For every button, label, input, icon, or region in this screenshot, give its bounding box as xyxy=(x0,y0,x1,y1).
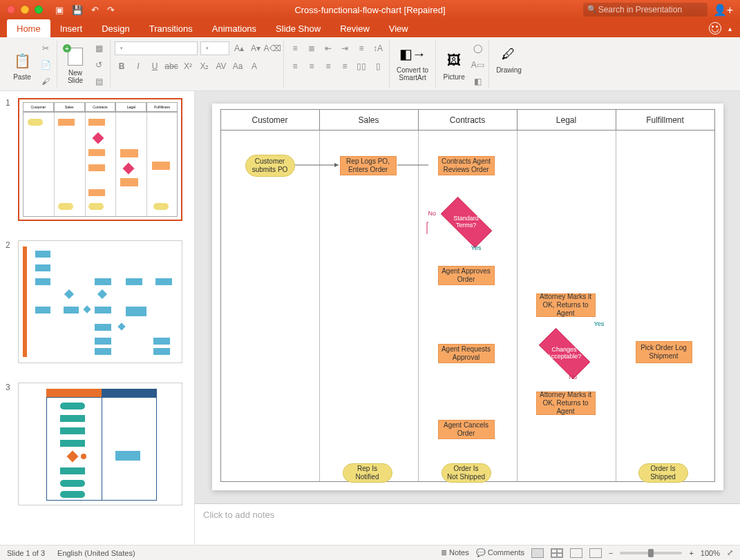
redo-icon[interactable]: ↷ xyxy=(107,5,115,15)
text-direction-icon[interactable]: ↕A xyxy=(371,41,385,55)
fit-window-icon[interactable]: ⤢ xyxy=(727,548,733,557)
decrease-font-icon[interactable]: A▾ xyxy=(249,41,263,55)
tab-transitions[interactable]: Transitions xyxy=(140,19,202,37)
font-color-icon[interactable]: A xyxy=(247,59,261,73)
zoom-in-icon[interactable]: + xyxy=(689,549,693,557)
new-slide-button[interactable]: + New Slide xyxy=(61,44,89,86)
language-label[interactable]: English (United States) xyxy=(57,549,135,557)
bullets-icon[interactable]: ≡ xyxy=(288,41,302,55)
flowchart-terminator[interactable]: Rep Is Notified xyxy=(343,463,392,483)
flowchart-process[interactable]: Attorney Marks it OK, Returns to Agent xyxy=(536,293,596,317)
char-spacing-icon[interactable]: AV xyxy=(214,59,228,73)
flowchart-process[interactable]: Attorney Marks it OK, Returns to Agent xyxy=(536,392,596,415)
textbox-icon[interactable]: A▭ xyxy=(471,58,484,72)
normal-view-icon[interactable] xyxy=(531,548,544,558)
thumbnail-item[interactable]: 3 xyxy=(6,383,189,505)
slideshow-view-icon[interactable] xyxy=(589,548,602,558)
ribbon-tabs: Home Insert Design Transitions Animation… xyxy=(0,19,740,37)
thumbnail-slide[interactable] xyxy=(18,383,182,505)
flowchart-decision[interactable]: Standard Terms? xyxy=(442,205,491,240)
thumbnail-panel[interactable]: 1 Customer Sales Contracts Legal Fulfill… xyxy=(0,91,195,545)
share-icon[interactable]: 👤+ xyxy=(713,3,733,17)
increase-font-icon[interactable]: A▴ xyxy=(232,41,246,55)
columns-icon[interactable]: ▯▯ xyxy=(354,59,368,73)
align-center-icon[interactable]: ≡ xyxy=(305,59,319,73)
flowchart-process[interactable]: Agent Approves Order xyxy=(438,266,495,285)
window-maximize-button[interactable] xyxy=(35,6,43,14)
lane-header: Legal xyxy=(518,110,616,130)
thumbnail-slide[interactable] xyxy=(18,240,182,363)
thumbnail-item[interactable]: 1 Customer Sales Contracts Legal Fulfill… xyxy=(6,98,189,221)
tab-insert[interactable]: Insert xyxy=(50,19,93,37)
undo-icon[interactable]: ↶ xyxy=(91,5,99,15)
window-close-button[interactable] xyxy=(7,6,15,14)
change-case-icon[interactable]: Aa xyxy=(231,59,245,73)
save-icon[interactable]: 💾 xyxy=(72,5,83,15)
italic-icon[interactable]: I xyxy=(131,59,145,73)
font-family-select[interactable]: ▾ xyxy=(115,41,198,55)
subscript-icon[interactable]: X₂ xyxy=(198,59,211,73)
layout-icon[interactable]: ▦ xyxy=(92,41,106,55)
thumbnail-number: 1 xyxy=(6,98,12,221)
decrease-indent-icon[interactable]: ⇤ xyxy=(321,41,335,55)
tab-home[interactable]: Home xyxy=(7,19,50,37)
flowchart-terminator[interactable]: Order Is Shipped xyxy=(638,463,688,483)
section-icon[interactable]: ▤ xyxy=(92,75,106,88)
flowchart-terminator[interactable]: Customer submits PO xyxy=(245,155,295,177)
tab-design[interactable]: Design xyxy=(92,19,139,37)
font-size-select[interactable]: ▾ xyxy=(200,41,229,55)
tab-view[interactable]: View xyxy=(379,19,418,37)
zoom-out-icon[interactable]: − xyxy=(609,549,613,557)
numbering-icon[interactable]: ≣ xyxy=(305,41,319,55)
autosave-icon[interactable]: ▣ xyxy=(55,5,64,15)
underline-icon[interactable]: U xyxy=(148,59,162,73)
notes-pane[interactable]: Click to add notes xyxy=(195,503,740,545)
shapes-icon[interactable]: ◯ xyxy=(471,41,484,55)
thumbnail-slide[interactable]: Customer Sales Contracts Legal Fulfillme… xyxy=(18,98,182,221)
paste-button[interactable]: 📋 Paste xyxy=(8,48,36,82)
tab-animations[interactable]: Animations xyxy=(202,19,266,37)
flowchart-decision[interactable]: Changes Acceptable? xyxy=(540,336,589,371)
strike-icon[interactable]: abc xyxy=(164,59,178,73)
copy-icon[interactable]: 📄 xyxy=(39,58,53,72)
flowchart-process[interactable]: Contracts Agent Reviews Order xyxy=(438,156,495,175)
zoom-slider[interactable] xyxy=(620,552,682,554)
flowchart-terminator[interactable]: Order Is Not Shipped xyxy=(442,463,491,483)
sorter-view-icon[interactable] xyxy=(551,548,563,558)
drawing-button[interactable]: 🖊 Drawing xyxy=(493,41,524,75)
align-text-icon[interactable]: ▯ xyxy=(371,59,385,73)
flowchart-process[interactable]: Agent Cancels Order xyxy=(438,420,495,439)
bold-icon[interactable]: B xyxy=(115,59,129,73)
notes-toggle[interactable]: ≣ Notes xyxy=(441,548,469,557)
cut-icon[interactable]: ✂ xyxy=(39,41,53,55)
search-input[interactable] xyxy=(583,3,708,17)
feedback-icon[interactable] xyxy=(709,22,721,35)
reset-icon[interactable]: ↺ xyxy=(92,58,106,72)
slide-canvas-wrap[interactable]: Customer Sales Contracts Legal Fulfillme… xyxy=(195,91,740,503)
reading-view-icon[interactable] xyxy=(570,548,582,558)
align-left-icon[interactable]: ≡ xyxy=(288,59,302,73)
format-painter-icon[interactable]: 🖌 xyxy=(39,75,53,88)
align-right-icon[interactable]: ≡ xyxy=(321,59,335,73)
comments-toggle[interactable]: 💬 Comments xyxy=(476,548,524,557)
flowchart-process[interactable]: Pick Order Log Shipment xyxy=(636,341,692,363)
tab-slideshow[interactable]: Slide Show xyxy=(266,19,330,37)
lane-header: Fulfillment xyxy=(616,110,714,130)
clear-format-icon[interactable]: A⌫ xyxy=(265,41,279,55)
increase-indent-icon[interactable]: ⇥ xyxy=(338,41,352,55)
picture-button[interactable]: 🖼 Picture xyxy=(440,48,468,82)
thumbnail-item[interactable]: 2 xyxy=(6,240,189,363)
zoom-label[interactable]: 100% xyxy=(701,549,720,557)
justify-icon[interactable]: ≡ xyxy=(338,59,352,73)
flowchart-process[interactable]: Agent Requests Approval xyxy=(438,344,495,363)
slide-canvas[interactable]: Customer Sales Contracts Legal Fulfillme… xyxy=(212,104,723,490)
convert-smartart-button[interactable]: ◧→ Convert to SmartArt xyxy=(394,41,431,83)
collapse-ribbon-icon[interactable]: ▴ xyxy=(728,25,732,32)
line-spacing-icon[interactable]: ≡ xyxy=(354,41,368,55)
window-minimize-button[interactable] xyxy=(21,6,29,14)
arrange-icon[interactable]: ◧ xyxy=(471,75,484,88)
tab-review[interactable]: Review xyxy=(330,19,379,37)
flowchart-process[interactable]: Rep Logs PO, Enters Order xyxy=(340,156,397,175)
superscript-icon[interactable]: X² xyxy=(181,59,195,73)
decision-label-no: No xyxy=(569,374,578,380)
